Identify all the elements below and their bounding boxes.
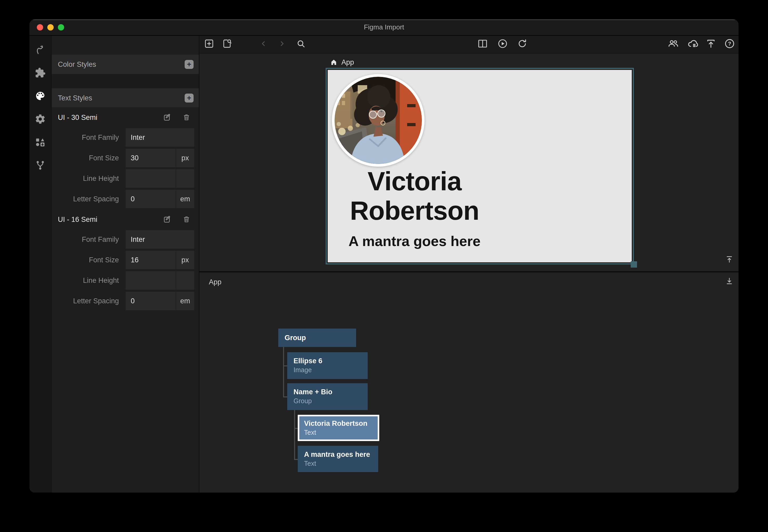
tree-node-type: Text xyxy=(304,428,373,437)
tree-connector xyxy=(294,428,298,429)
app-frame-selected[interactable]: Victoria Robertson A mantra goes here xyxy=(325,68,634,264)
prop-label: Line Height xyxy=(52,175,125,182)
titlebar: Figma Import xyxy=(29,19,739,36)
tree-node-type: Group xyxy=(293,397,361,405)
line-height-field[interactable] xyxy=(125,169,175,188)
letter-spacing-field[interactable]: 0 xyxy=(125,292,175,310)
prop-label: Letter Spacing xyxy=(52,297,125,305)
prop-label: Font Size xyxy=(52,154,125,162)
color-styles-header: Color Styles + xyxy=(52,55,199,74)
letter-spacing-field[interactable]: 0 xyxy=(125,190,175,208)
letter-spacing-unit[interactable]: em xyxy=(176,292,194,310)
plugins-icon[interactable] xyxy=(29,61,51,84)
tree-node-name-bio[interactable]: Name + Bio Group xyxy=(287,383,368,410)
tree-node-title: A mantra goes here xyxy=(304,450,372,459)
upload-icon[interactable] xyxy=(705,38,716,51)
tree-root-label[interactable]: App xyxy=(209,278,221,286)
tree-node-group[interactable]: Group xyxy=(278,329,356,347)
text-style-name: UI - 16 Semi xyxy=(58,215,97,223)
font-family-field[interactable]: Inter xyxy=(125,128,194,147)
versions-icon[interactable] xyxy=(29,154,51,177)
edit-icon[interactable] xyxy=(163,113,171,121)
trash-icon[interactable] xyxy=(182,113,190,121)
styles-icon[interactable] xyxy=(29,84,51,107)
trash-icon[interactable] xyxy=(182,215,190,223)
text-styles-header: Text Styles + xyxy=(52,88,199,107)
tree-connector xyxy=(283,396,287,397)
tree-node-type: Image xyxy=(293,366,361,374)
layer-tree-panel: App Group Ellipse xyxy=(199,272,739,493)
line-height-field[interactable] xyxy=(125,271,175,290)
text-style-item[interactable]: UI - 30 Semi xyxy=(52,107,199,127)
app-window: Figma Import xyxy=(29,19,739,493)
card-mantra-text[interactable]: A mantra goes here xyxy=(330,233,499,250)
tree-node-mantra[interactable]: A mantra goes here Text xyxy=(298,446,378,472)
font-size-unit[interactable]: px xyxy=(176,149,194,167)
inspect-document-icon[interactable] xyxy=(221,38,232,51)
profile-photo[interactable] xyxy=(332,74,425,167)
assets-icon[interactable] xyxy=(29,130,51,154)
prop-label: Font Size xyxy=(52,256,125,264)
font-size-unit[interactable]: px xyxy=(176,251,194,269)
tree-node-type: Text xyxy=(304,459,372,468)
resize-handle[interactable] xyxy=(631,261,637,268)
tree-node-ellipse[interactable]: Ellipse 6 Image xyxy=(287,352,368,379)
line-height-unit[interactable] xyxy=(176,271,194,290)
tree-node-victoria-selected[interactable]: Victoria Robertson Text xyxy=(298,415,379,441)
expand-panel-up-icon[interactable] xyxy=(725,255,734,266)
text-style-name: UI - 30 Semi xyxy=(58,113,97,121)
font-size-field[interactable]: 16 xyxy=(125,251,175,269)
desktop: Figma Import xyxy=(0,0,768,532)
back-icon[interactable] xyxy=(259,39,268,50)
breadcrumb-label: App xyxy=(341,58,354,66)
play-icon[interactable] xyxy=(497,38,508,51)
font-size-field[interactable]: 30 xyxy=(125,149,175,167)
prop-label: Font Family xyxy=(52,236,125,243)
add-text-style-button[interactable]: + xyxy=(185,93,193,102)
tree-node-title: Group xyxy=(284,333,306,342)
line-height-unit[interactable] xyxy=(176,169,194,188)
tree-connector xyxy=(283,365,287,366)
name-bio-group: Victoria Robertson A mantra goes here xyxy=(330,167,499,250)
letter-spacing-unit[interactable]: em xyxy=(176,190,194,208)
tree-connector xyxy=(294,459,298,460)
text-style-item[interactable]: UI - 16 Semi xyxy=(52,209,199,229)
add-screen-icon[interactable] xyxy=(203,38,215,51)
tree-node-title: Victoria Robertson xyxy=(304,419,373,428)
font-family-field[interactable]: Inter xyxy=(125,230,194,249)
split-view-icon[interactable] xyxy=(477,38,488,51)
forward-icon[interactable] xyxy=(277,39,287,50)
text-styles-title: Text Styles xyxy=(58,94,92,102)
canvas-viewport[interactable]: App xyxy=(199,54,739,271)
canvas-toolbar: ? xyxy=(199,36,739,54)
tree-node-title: Name + Bio xyxy=(293,387,361,396)
home-icon xyxy=(330,58,338,66)
breadcrumb[interactable]: App xyxy=(330,58,354,66)
add-color-style-button[interactable]: + xyxy=(185,60,193,69)
prop-label: Font Family xyxy=(52,134,125,141)
cloud-sync-icon[interactable] xyxy=(687,37,699,52)
refresh-icon[interactable] xyxy=(517,38,528,51)
svg-text:?: ? xyxy=(728,40,731,46)
card-name-text[interactable]: Victoria Robertson xyxy=(330,167,499,226)
collaborators-icon[interactable] xyxy=(668,38,679,51)
flows-icon[interactable] xyxy=(29,38,51,61)
tree-connector xyxy=(294,410,295,459)
help-icon[interactable]: ? xyxy=(724,38,735,51)
prop-label: Letter Spacing xyxy=(52,195,125,203)
profile-card[interactable]: Victoria Robertson A mantra goes here xyxy=(328,70,632,262)
window-title: Figma Import xyxy=(29,19,739,35)
styles-panel: Color Styles + Text Styles + UI - 30 Sem… xyxy=(52,36,199,493)
color-styles-title: Color Styles xyxy=(58,60,96,68)
edit-icon[interactable] xyxy=(163,215,171,223)
collapse-panel-down-icon[interactable] xyxy=(725,277,734,288)
tree-node-title: Ellipse 6 xyxy=(293,356,361,365)
tree-connector xyxy=(283,347,284,397)
search-icon[interactable] xyxy=(295,38,306,51)
settings-icon[interactable] xyxy=(29,107,51,130)
icon-rail xyxy=(29,36,52,493)
prop-label: Line Height xyxy=(52,277,125,284)
